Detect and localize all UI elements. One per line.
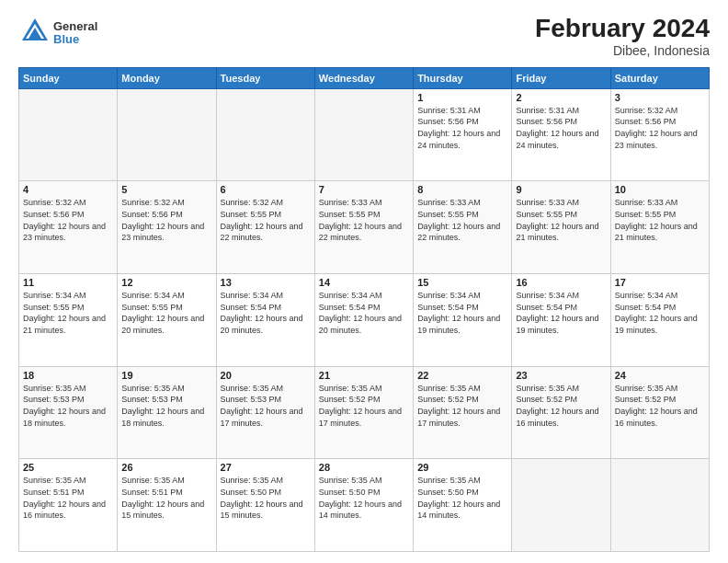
calendar-cell: 17Sunrise: 5:34 AMSunset: 5:54 PMDayligh… — [610, 274, 709, 367]
calendar-week-row: 25Sunrise: 5:35 AMSunset: 5:51 PMDayligh… — [19, 459, 710, 552]
day-info: Sunrise: 5:34 AMSunset: 5:54 PMDaylight:… — [615, 290, 705, 336]
calendar-cell — [216, 88, 314, 181]
day-info: Sunrise: 5:34 AMSunset: 5:54 PMDaylight:… — [221, 290, 311, 336]
day-number: 15 — [417, 277, 507, 288]
day-info: Sunrise: 5:33 AMSunset: 5:55 PMDaylight:… — [615, 197, 705, 243]
calendar-cell: 3Sunrise: 5:32 AMSunset: 5:56 PMDaylight… — [610, 88, 709, 181]
calendar-cell — [314, 88, 413, 181]
calendar-cell: 27Sunrise: 5:35 AMSunset: 5:50 PMDayligh… — [216, 459, 314, 552]
calendar: SundayMondayTuesdayWednesdayThursdayFrid… — [18, 67, 710, 552]
day-number: 8 — [417, 184, 507, 195]
day-number: 1 — [417, 92, 507, 103]
calendar-cell: 14Sunrise: 5:34 AMSunset: 5:54 PMDayligh… — [314, 274, 413, 367]
day-info: Sunrise: 5:33 AMSunset: 5:55 PMDaylight:… — [417, 197, 507, 243]
calendar-cell: 22Sunrise: 5:35 AMSunset: 5:52 PMDayligh… — [414, 366, 512, 459]
day-number: 9 — [516, 184, 606, 195]
day-info: Sunrise: 5:35 AMSunset: 5:50 PMDaylight:… — [221, 475, 311, 521]
calendar-cell: 23Sunrise: 5:35 AMSunset: 5:52 PMDayligh… — [512, 366, 610, 459]
calendar-cell: 25Sunrise: 5:35 AMSunset: 5:51 PMDayligh… — [19, 459, 118, 552]
day-number: 25 — [23, 462, 113, 473]
calendar-cell: 18Sunrise: 5:35 AMSunset: 5:53 PMDayligh… — [19, 366, 118, 459]
calendar-header-cell: Monday — [118, 67, 216, 88]
calendar-cell: 11Sunrise: 5:34 AMSunset: 5:55 PMDayligh… — [19, 274, 118, 367]
day-number: 18 — [23, 370, 113, 381]
day-number: 3 — [615, 92, 705, 103]
day-info: Sunrise: 5:34 AMSunset: 5:55 PMDaylight:… — [23, 290, 113, 336]
calendar-cell: 29Sunrise: 5:35 AMSunset: 5:50 PMDayligh… — [414, 459, 512, 552]
day-number: 19 — [121, 370, 211, 381]
calendar-cell: 8Sunrise: 5:33 AMSunset: 5:55 PMDaylight… — [414, 181, 512, 274]
day-info: Sunrise: 5:34 AMSunset: 5:54 PMDaylight:… — [417, 290, 507, 336]
day-number: 16 — [516, 277, 606, 288]
day-number: 4 — [23, 184, 113, 195]
logo-general-text: General — [53, 20, 97, 33]
calendar-cell: 21Sunrise: 5:35 AMSunset: 5:52 PMDayligh… — [314, 366, 413, 459]
day-number: 6 — [221, 184, 311, 195]
day-info: Sunrise: 5:35 AMSunset: 5:51 PMDaylight:… — [23, 475, 113, 521]
day-number: 5 — [121, 184, 211, 195]
calendar-cell: 7Sunrise: 5:33 AMSunset: 5:55 PMDaylight… — [314, 181, 413, 274]
day-info: Sunrise: 5:35 AMSunset: 5:52 PMDaylight:… — [319, 383, 409, 429]
day-info: Sunrise: 5:35 AMSunset: 5:52 PMDaylight:… — [516, 383, 606, 429]
logo-icon — [18, 15, 51, 48]
day-number: 24 — [615, 370, 705, 381]
calendar-header-cell: Tuesday — [216, 67, 314, 88]
day-info: Sunrise: 5:31 AMSunset: 5:56 PMDaylight:… — [417, 105, 507, 151]
calendar-header-cell: Wednesday — [314, 67, 413, 88]
calendar-cell — [118, 88, 216, 181]
calendar-week-row: 18Sunrise: 5:35 AMSunset: 5:53 PMDayligh… — [19, 366, 710, 459]
day-number: 12 — [121, 277, 211, 288]
day-info: Sunrise: 5:32 AMSunset: 5:56 PMDaylight:… — [23, 197, 113, 243]
calendar-week-row: 4Sunrise: 5:32 AMSunset: 5:56 PMDaylight… — [19, 181, 710, 274]
calendar-cell — [19, 88, 118, 181]
month-year: February 2024 — [535, 15, 710, 43]
day-number: 29 — [417, 462, 507, 473]
day-number: 26 — [121, 462, 211, 473]
day-number: 13 — [221, 277, 311, 288]
calendar-header-cell: Saturday — [610, 67, 709, 88]
day-info: Sunrise: 5:34 AMSunset: 5:55 PMDaylight:… — [121, 290, 211, 336]
calendar-cell: 6Sunrise: 5:32 AMSunset: 5:55 PMDaylight… — [216, 181, 314, 274]
day-number: 14 — [319, 277, 409, 288]
day-info: Sunrise: 5:35 AMSunset: 5:53 PMDaylight:… — [23, 383, 113, 429]
calendar-cell: 4Sunrise: 5:32 AMSunset: 5:56 PMDaylight… — [19, 181, 118, 274]
calendar-cell: 26Sunrise: 5:35 AMSunset: 5:51 PMDayligh… — [118, 459, 216, 552]
day-info: Sunrise: 5:35 AMSunset: 5:52 PMDaylight:… — [615, 383, 705, 429]
calendar-header-cell: Friday — [512, 67, 610, 88]
calendar-table: SundayMondayTuesdayWednesdayThursdayFrid… — [18, 67, 710, 552]
day-info: Sunrise: 5:32 AMSunset: 5:55 PMDaylight:… — [221, 197, 311, 243]
location: Dibee, Indonesia — [535, 43, 710, 58]
day-info: Sunrise: 5:35 AMSunset: 5:53 PMDaylight:… — [121, 383, 211, 429]
calendar-header-cell: Thursday — [414, 67, 512, 88]
day-info: Sunrise: 5:35 AMSunset: 5:50 PMDaylight:… — [417, 475, 507, 521]
title-area: February 2024 Dibee, Indonesia — [535, 15, 710, 58]
day-number: 20 — [221, 370, 311, 381]
day-number: 11 — [23, 277, 113, 288]
calendar-cell: 2Sunrise: 5:31 AMSunset: 5:56 PMDaylight… — [512, 88, 610, 181]
page: General Blue February 2024 Dibee, Indone… — [0, 0, 728, 563]
calendar-cell: 9Sunrise: 5:33 AMSunset: 5:55 PMDaylight… — [512, 181, 610, 274]
logo: General Blue — [18, 15, 97, 52]
day-info: Sunrise: 5:33 AMSunset: 5:55 PMDaylight:… — [319, 197, 409, 243]
calendar-cell: 19Sunrise: 5:35 AMSunset: 5:53 PMDayligh… — [118, 366, 216, 459]
calendar-cell: 16Sunrise: 5:34 AMSunset: 5:54 PMDayligh… — [512, 274, 610, 367]
day-info: Sunrise: 5:35 AMSunset: 5:52 PMDaylight:… — [417, 383, 507, 429]
day-info: Sunrise: 5:33 AMSunset: 5:55 PMDaylight:… — [516, 197, 606, 243]
day-info: Sunrise: 5:32 AMSunset: 5:56 PMDaylight:… — [615, 105, 705, 151]
calendar-cell: 20Sunrise: 5:35 AMSunset: 5:53 PMDayligh… — [216, 366, 314, 459]
day-info: Sunrise: 5:35 AMSunset: 5:51 PMDaylight:… — [121, 475, 211, 521]
calendar-week-row: 1Sunrise: 5:31 AMSunset: 5:56 PMDaylight… — [19, 88, 710, 181]
header: General Blue February 2024 Dibee, Indone… — [18, 15, 710, 58]
calendar-header-cell: Sunday — [19, 67, 118, 88]
day-number: 10 — [615, 184, 705, 195]
day-info: Sunrise: 5:35 AMSunset: 5:53 PMDaylight:… — [221, 383, 311, 429]
day-number: 23 — [516, 370, 606, 381]
day-info: Sunrise: 5:34 AMSunset: 5:54 PMDaylight:… — [319, 290, 409, 336]
calendar-cell: 10Sunrise: 5:33 AMSunset: 5:55 PMDayligh… — [610, 181, 709, 274]
day-number: 28 — [319, 462, 409, 473]
day-number: 21 — [319, 370, 409, 381]
calendar-cell: 28Sunrise: 5:35 AMSunset: 5:50 PMDayligh… — [314, 459, 413, 552]
calendar-cell: 5Sunrise: 5:32 AMSunset: 5:56 PMDaylight… — [118, 181, 216, 274]
day-number: 22 — [417, 370, 507, 381]
day-info: Sunrise: 5:32 AMSunset: 5:56 PMDaylight:… — [121, 197, 211, 243]
